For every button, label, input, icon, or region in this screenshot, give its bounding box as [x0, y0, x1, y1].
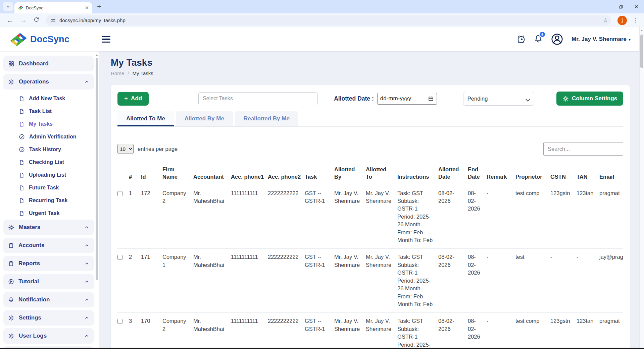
url-bar[interactable]: docsync.in/app/my_tasks.php ☆: [46, 15, 611, 25]
sidebar-item-uploading-list[interactable]: Uploading List: [3, 169, 94, 181]
window-minimize-button[interactable]: ─: [598, 0, 613, 13]
cell-allotted_by: Mr. Jay V. Shenmare: [334, 313, 366, 349]
row-checkbox[interactable]: [117, 319, 122, 324]
cell-firm: Company 2: [162, 313, 193, 349]
sidebar-item-user-logs[interactable]: User Logs: [3, 328, 94, 344]
sidebar-item-add-new-task[interactable]: Add New Task: [3, 92, 94, 105]
sidebar-scrollbar[interactable]: ▲: [95, 53, 98, 348]
file-icon: [19, 96, 24, 102]
sidebar-item-dashboard[interactable]: Dashboard: [3, 56, 94, 71]
calendar-icon[interactable]: [428, 96, 434, 102]
col-header-remark: Remark: [487, 164, 515, 185]
sidebar-item-label: Tutorial: [18, 278, 39, 285]
search-input[interactable]: [543, 142, 623, 156]
alarm-clock-icon[interactable]: [516, 35, 526, 44]
sidebar-item-label: Reports: [18, 260, 40, 267]
bookmark-star-icon[interactable]: ☆: [603, 17, 608, 24]
user-menu[interactable]: Mr. Jay V. Shenmare ▾: [572, 36, 631, 43]
chevron-up-icon: [84, 279, 89, 284]
tabs: Allotted To MeAllotted By MeReallotted B…: [117, 111, 623, 127]
sidebar-item-future-task[interactable]: Future Task: [3, 181, 94, 194]
cell-allotted_to: Mr. Jay V. Shenmare: [366, 185, 397, 249]
col-header-checkbox: [117, 164, 129, 185]
plus-icon: +: [124, 95, 128, 102]
notifications-button[interactable]: 6: [534, 34, 543, 44]
chevron-up-icon: [84, 225, 89, 230]
tab-allotted-to-me[interactable]: Allotted To Me: [117, 111, 174, 126]
column-settings-button[interactable]: Column Settings: [556, 92, 623, 106]
cell-remark: -: [487, 185, 515, 249]
sidebar-item-operations[interactable]: Operations: [3, 74, 94, 90]
reload-icon[interactable]: [31, 16, 42, 24]
browser-tab[interactable]: DocSync ✕: [14, 2, 92, 13]
sidebar-scrollbar-thumb[interactable]: [96, 58, 98, 280]
user-name: Mr. Jay V. Shenmare: [572, 36, 627, 42]
page-size-select[interactable]: 10: [117, 144, 134, 154]
new-tab-button[interactable]: +: [97, 3, 101, 10]
sidebar-item-label: Task List: [29, 108, 52, 114]
sidebar-item-tutorial[interactable]: Tutorial: [3, 274, 94, 289]
col-header-gstn: GSTN: [550, 164, 577, 185]
cell-allotted_by: Mr. Jay V. Shenmare: [334, 185, 366, 249]
cell-end_date: 08-02-2026: [468, 249, 487, 313]
sidebar-item-task-history[interactable]: Task History: [3, 143, 94, 156]
back-icon[interactable]: ←: [4, 16, 16, 24]
site-info-icon[interactable]: [51, 18, 56, 23]
tab-search-button[interactable]: [3, 2, 13, 11]
window-maximize-button[interactable]: [613, 0, 629, 13]
cell-phone1: 1111111111: [231, 313, 268, 349]
sidebar-item-my-tasks[interactable]: My Tasks: [3, 118, 94, 130]
window-close-button[interactable]: ✕: [629, 0, 644, 13]
cell-allotted_date: 08-02-2026: [438, 185, 468, 249]
sidebar-item-settings[interactable]: Settings: [3, 310, 94, 326]
select-tasks-input[interactable]: [198, 92, 318, 105]
col-header-acc-phone2: Acc. phone2: [268, 164, 305, 185]
sidebar-item-task-list[interactable]: Task List: [3, 105, 94, 118]
tab-close-icon[interactable]: ✕: [85, 5, 89, 10]
status-filter-select[interactable]: Pending: [463, 92, 534, 106]
favicon-docsync-icon: [18, 5, 23, 10]
row-checkbox[interactable]: [117, 255, 122, 260]
url-text: docsync.in/app/my_tasks.php: [59, 17, 126, 23]
col-header-tan: TAN: [577, 164, 599, 185]
sidebar-item-reports[interactable]: Reports: [3, 256, 94, 271]
add-button[interactable]: + Add: [117, 92, 149, 106]
cell-gstn: -: [550, 249, 577, 313]
cell-remark: -: [487, 249, 515, 313]
brand[interactable]: DocSync: [9, 32, 69, 47]
sidebar-item-checking-list[interactable]: Checking List: [3, 156, 94, 169]
cell-proprietor: test comp: [515, 313, 550, 349]
sidebar-item-admin-verification[interactable]: Admin Verification: [3, 130, 94, 143]
allotted-date-input[interactable]: dd-mm-yyyy: [377, 93, 437, 105]
browser-profile-avatar[interactable]: j: [617, 16, 627, 25]
sidebar-item-accounts[interactable]: Accounts: [3, 238, 94, 253]
cell-instructions: Task: GST Subtask: GSTR-1 Period: 2025-2…: [397, 185, 438, 249]
sidebar-item-masters[interactable]: Masters: [3, 220, 94, 235]
brand-name: DocSync: [30, 34, 69, 45]
page-scrollbar[interactable]: ▲: [639, 27, 644, 349]
scroll-up-icon: ▲: [640, 27, 644, 33]
sidebar-item-recurring-task[interactable]: Recurring Task: [3, 194, 94, 207]
sidebar-item-notification[interactable]: Notification: [3, 292, 94, 307]
col-header-allotted-by: Allotted By: [334, 164, 366, 185]
sidebar-item-label: Dashboard: [19, 60, 49, 67]
page-scrollbar-thumb[interactable]: [640, 35, 643, 68]
file-icon: [19, 198, 24, 203]
tab-reallotted-by-me[interactable]: Reallotted By Me: [235, 111, 298, 126]
chevron-up-icon: [84, 79, 89, 84]
breadcrumb-home-link[interactable]: Home: [111, 70, 124, 76]
entries-per-page-label: entries per page: [138, 146, 178, 152]
sidebar-item-label: Masters: [19, 224, 40, 231]
docsync-logo-icon: [9, 32, 27, 47]
forward-icon[interactable]: →: [17, 16, 30, 24]
tab-allotted-by-me[interactable]: Allotted By Me: [176, 111, 233, 126]
gear-icon: [8, 79, 14, 85]
hamburger-menu-icon[interactable]: [102, 36, 110, 43]
cell-remark: -: [487, 313, 515, 349]
browser-menu-icon[interactable]: ⋮: [630, 17, 640, 24]
sidebar-item-urgent-task[interactable]: Urgent Task: [3, 207, 94, 220]
gear-icon: [8, 315, 14, 321]
row-checkbox[interactable]: [117, 191, 122, 196]
cell-phone1: 1111111111: [231, 249, 268, 313]
user-avatar-icon[interactable]: [551, 33, 563, 46]
